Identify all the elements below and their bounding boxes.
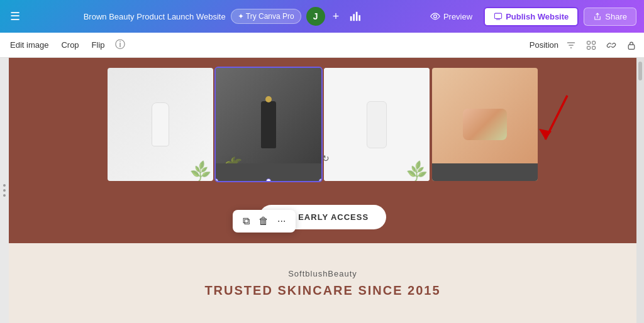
bottle-white-1: [152, 102, 169, 146]
svg-rect-3: [358, 15, 360, 21]
publish-label: Publish Website: [506, 12, 569, 21]
selection-handle-bm[interactable]: [266, 178, 271, 181]
crop-label: Crop: [61, 40, 79, 50]
product-card-3[interactable]: 🌿: [324, 68, 430, 181]
svg-rect-7: [592, 41, 596, 44]
add-collaborator-button[interactable]: +: [330, 8, 342, 26]
canvas-content: 🌿 🌴: [9, 58, 636, 323]
copy-icon: ⧉: [243, 216, 250, 227]
product-card-1[interactable]: 🌿: [108, 68, 213, 181]
crop-button[interactable]: Crop: [56, 38, 84, 52]
canvas-area: 🌿 🌴: [0, 58, 644, 323]
svg-rect-9: [592, 46, 596, 49]
navbar-center: Brown Beauty Product Launch Website ✦ Tr…: [84, 7, 364, 26]
navbar: ☰ Brown Beauty Product Launch Website ✦ …: [0, 0, 644, 33]
svg-rect-8: [587, 46, 591, 49]
navbar-right: Preview Publish Website Share: [424, 7, 636, 26]
dark-shelf-4: [432, 163, 538, 181]
publish-website-button[interactable]: Publish Website: [484, 7, 579, 26]
grid-icon[interactable]: [584, 38, 599, 53]
svg-point-4: [433, 15, 436, 18]
soap-bar: [463, 109, 507, 140]
element-toolbar: ⧉ 🗑 ···: [233, 210, 296, 233]
share-button[interactable]: Share: [584, 8, 636, 26]
position-label: Position: [530, 40, 558, 50]
share-label: Share: [605, 12, 627, 21]
info-icon[interactable]: ⓘ: [113, 36, 128, 54]
secondary-toolbar: Edit image Crop Flip ⓘ Position: [0, 33, 644, 58]
svg-rect-2: [356, 12, 358, 21]
toolbar-left: Edit image Crop Flip ⓘ: [5, 36, 128, 54]
bottle-dark: [261, 101, 276, 148]
flip-button[interactable]: Flip: [87, 38, 110, 52]
svg-rect-10: [628, 45, 635, 49]
project-title: Brown Beauty Product Launch Website: [84, 12, 226, 21]
more-icon: ···: [277, 216, 286, 227]
link-icon[interactable]: [604, 38, 619, 53]
navbar-left: ☰: [8, 7, 23, 26]
analytics-icon[interactable]: [347, 8, 363, 25]
brand-name: SoftblushBeauty: [288, 269, 357, 278]
flip-label: Flip: [92, 40, 105, 50]
text-filter-icon[interactable]: [564, 38, 579, 53]
svg-rect-5: [495, 13, 502, 18]
sidebar-dot: [3, 184, 6, 187]
brown-section: 🌿 🌴: [9, 58, 636, 243]
scrollbar-thumb[interactable]: [638, 62, 642, 80]
more-options-button[interactable]: ···: [274, 214, 289, 229]
sidebar-dot: [3, 194, 6, 197]
svg-rect-6: [587, 41, 591, 44]
svg-rect-1: [353, 14, 355, 21]
right-scrollbar[interactable]: [636, 58, 644, 323]
tube-white: [367, 101, 387, 148]
eucalyptus-3: 🌿: [404, 160, 430, 181]
product-card-2[interactable]: 🌴: [216, 68, 321, 181]
delete-element-button[interactable]: 🗑: [255, 214, 272, 229]
rotate-handle[interactable]: ↻: [322, 153, 330, 163]
eucalyptus-1: 🌿: [188, 160, 213, 181]
beige-section: SoftblushBeauty TRUSTED SKINCARE SINCE 2…: [9, 243, 636, 323]
try-canva-pro-button[interactable]: ✦ Try Canva Pro: [231, 9, 301, 24]
left-sidebar: [0, 58, 9, 323]
selection-handle-br[interactable]: [319, 178, 321, 181]
toolbar-right: Position: [530, 38, 639, 53]
edit-image-button[interactable]: Edit image: [5, 38, 53, 52]
delete-icon: 🗑: [258, 216, 269, 227]
sidebar-dot: [3, 189, 6, 192]
preview-label: Preview: [443, 12, 472, 21]
svg-rect-0: [350, 16, 352, 21]
copy-element-button[interactable]: ⧉: [239, 214, 253, 229]
avatar[interactable]: J: [306, 7, 325, 26]
back-button[interactable]: ☰: [8, 7, 23, 26]
product-card-4[interactable]: [432, 68, 538, 181]
edit-image-label: Edit image: [10, 40, 48, 50]
website-preview: 🌿 🌴: [9, 58, 636, 323]
preview-button[interactable]: Preview: [424, 8, 479, 25]
tagline: TRUSTED SKINCARE SINCE 2015: [204, 283, 440, 298]
try-canva-pro-label: ✦ Try Canva Pro: [238, 12, 294, 21]
lock-icon[interactable]: [624, 38, 639, 53]
